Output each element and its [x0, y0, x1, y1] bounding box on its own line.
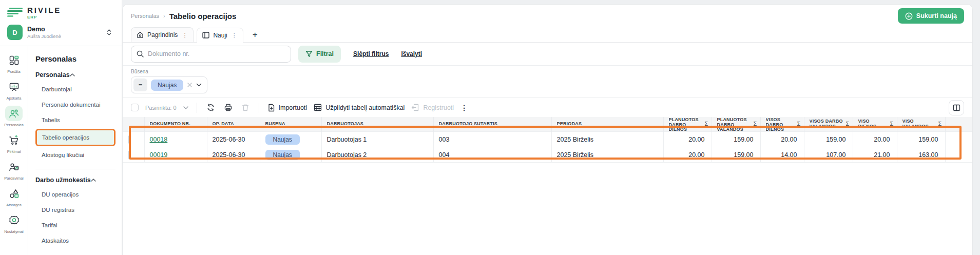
rivile-logo[interactable]: RIVILE ERP [7, 6, 114, 19]
column-settings-button[interactable] [949, 100, 964, 115]
table-cell: 2025 Birželis [551, 132, 663, 147]
nav-rail-item-pardavimai[interactable]: Pardavimai [1, 159, 27, 181]
clear-filters-link[interactable]: Išvalyti [401, 50, 422, 57]
row-checkbox[interactable] [128, 135, 129, 144]
people-icon [8, 108, 20, 119]
sidebar-title: Personalas [35, 54, 116, 63]
page-title: Tabelio operacijos [169, 12, 237, 21]
chevron-down-icon[interactable] [196, 83, 202, 87]
hide-filters-link[interactable]: Slėpti filtrus [353, 50, 389, 57]
column-header-label: DARBUOTOJO SUTARTIS [439, 122, 497, 127]
column-header-op-data[interactable]: OP. DATA [207, 117, 260, 132]
column-header-darbuotojas[interactable]: DARBUOTOJAS [321, 117, 433, 132]
column-header-busena[interactable]: BŪSENA [260, 117, 321, 132]
table-cell: 20.00 [853, 132, 897, 147]
select-all-checkbox[interactable] [131, 104, 139, 111]
column-header-visos-darbo-dienos[interactable]: VISOS DARBO DIENOSΣ [760, 117, 804, 132]
layout-icon [202, 32, 209, 38]
sum-icon[interactable]: Σ [754, 121, 757, 127]
column-header-label: PLANUOTOS DARBO VALANDOS [717, 117, 752, 131]
chevron-down-icon[interactable] [183, 106, 188, 109]
row-checkbox[interactable] [128, 151, 129, 159]
sidebar-section-label: Darbo užmokestis [35, 176, 91, 184]
column-header-viso-valandos[interactable]: VISO VALANDOSΣ [897, 117, 945, 132]
tab-pagrindinis[interactable]: Pagrindinis⋮ [131, 27, 194, 42]
create-new-button[interactable]: Sukurti naują [898, 8, 964, 24]
nav-rail-item-pradzia[interactable]: Pradžia [1, 52, 27, 74]
sidebar-item-du-operacijos[interactable]: DU operacijos [35, 187, 116, 202]
breadcrumb-parent[interactable]: Personalas [131, 13, 159, 19]
sum-icon[interactable]: Σ [705, 121, 708, 127]
kebab-menu-icon[interactable]: ⋮ [181, 32, 188, 38]
import-file-icon [267, 104, 275, 112]
sidebar-item-darbuotojai[interactable]: Darbuotojai [35, 82, 116, 97]
kebab-menu-icon[interactable]: ⋮ [231, 32, 238, 38]
column-header-planuotos-darbo-dienos[interactable]: PLANUOTOS DARBO DIENOSΣ [663, 117, 712, 132]
sidebar-item-du-registras[interactable]: DU registras [35, 202, 116, 218]
sidebar-item-tabelio-operacijos[interactable]: Tabelio operacijos [37, 130, 114, 145]
divider [197, 103, 197, 113]
refresh-button[interactable] [205, 102, 216, 113]
document-link[interactable]: 00019 [150, 151, 168, 159]
search-icon [136, 50, 144, 58]
sidebar-item-atostogu-likuciai[interactable]: Atostogų likučiai [35, 147, 116, 163]
document-link[interactable]: 00018 [150, 136, 168, 143]
sidebar-item-personalo-dokumentai[interactable]: Personalo dokumentai [35, 97, 116, 112]
register-button-label: Registruoti [423, 104, 454, 111]
table-cell [945, 132, 972, 147]
sidebar-item-tarifai[interactable]: Tarifai [35, 218, 116, 233]
table-cell: 20.00 [663, 132, 712, 147]
search-filter-row: Filtrai Slėpti filtrus Išvalyti [123, 43, 972, 65]
table-cell: 14.00 [760, 147, 804, 163]
sum-icon[interactable]: Σ [797, 121, 801, 127]
column-header-label: BŪSENA [265, 122, 285, 127]
sidebar-item-ataskaitos[interactable]: Ataskaitos [35, 233, 116, 248]
plus-circle-icon [905, 12, 913, 20]
nav-rail-item-nustatymai[interactable]: Nustatymai [1, 212, 27, 234]
search-input[interactable] [131, 46, 291, 63]
main-header: Personalas › Tabelio operacijos Sukurti … [123, 5, 972, 27]
kebab-menu-icon[interactable]: ⋮ [460, 104, 468, 112]
column-header-viso-dienos[interactable]: VISO DIENOSΣ [853, 117, 897, 132]
sidebar-item-tabelis[interactable]: Tabelis [35, 112, 116, 128]
table-cell: Darbuotojas 2 [321, 147, 433, 163]
status-filter-label: Būsena [131, 69, 964, 74]
nav-rail-item-atsargos[interactable]: Atsargos [1, 186, 27, 207]
add-tab-button[interactable]: + [246, 27, 264, 42]
tab-nauji[interactable]: Nauji⋮ [197, 28, 243, 43]
operator-equals-button[interactable]: = [133, 79, 147, 91]
column-header-visos-darbo-valandos[interactable]: VISOS DARBO VALANDOSΣ [804, 117, 853, 132]
column-header-periodas[interactable]: PERIODAS [551, 117, 663, 132]
chip-remove-icon[interactable] [187, 82, 193, 88]
selected-count-label: Pasirinkta: 0 [145, 105, 177, 111]
import-button[interactable]: Importuoti [267, 104, 308, 112]
table-cell: 2025-06-30 [207, 147, 260, 163]
sum-icon[interactable]: Σ [846, 121, 850, 127]
nav-rail-item-personalas[interactable]: Personalas [1, 106, 27, 127]
sidebar-section-personalas[interactable]: Personalas [35, 71, 116, 79]
nav-rail-item-apskaita[interactable]: Apskaita [1, 79, 27, 101]
column-header-planuotos-darbo-valandos[interactable]: PLANUOTOS DARBO VALANDOSΣ [712, 117, 760, 132]
autofill-button-label: Užpildyti tabelį automatiškai [325, 104, 405, 111]
autofill-timesheet-button[interactable]: Užpildyti tabelį automatiškai [314, 104, 405, 111]
table-cell: 163.00 [897, 147, 945, 163]
sum-icon[interactable]: Σ [890, 121, 894, 127]
account-switcher[interactable]: D Demo Aušra Juodienė [7, 25, 114, 40]
sidebar-section-darbo-uzmokestis[interactable]: Darbo užmokestis [35, 176, 116, 184]
table-cell: 003 [433, 132, 551, 147]
column-header-label: VISO DIENOS [858, 119, 888, 129]
nav-rail: PradžiaApskaitaPersonalasPirkimaiPardavi… [0, 46, 28, 255]
table-cell: 159.00 [897, 132, 945, 147]
table-cell: 2025-06-30 [207, 132, 260, 147]
print-button[interactable] [223, 102, 234, 113]
nav-rail-label: Nustatymai [4, 229, 24, 234]
tab-bar: Pagrindinis⋮Nauji⋮+ [123, 27, 972, 43]
nav-rail-item-pirkimai[interactable]: Pirkimai [1, 132, 27, 154]
column-header-dokumento-nr[interactable]: DOKUMENTO NR. [144, 117, 207, 132]
sum-icon[interactable]: Σ [938, 121, 942, 127]
table-cell: 004 [433, 147, 551, 163]
column-header-darbuotojo-sutartis[interactable]: DARBUOTOJO SUTARTIS [433, 117, 551, 132]
filters-button[interactable]: Filtrai [298, 46, 341, 63]
status-filter-control[interactable]: = Naujas [131, 76, 207, 93]
nav-rail-label: Apskaita [7, 96, 22, 101]
